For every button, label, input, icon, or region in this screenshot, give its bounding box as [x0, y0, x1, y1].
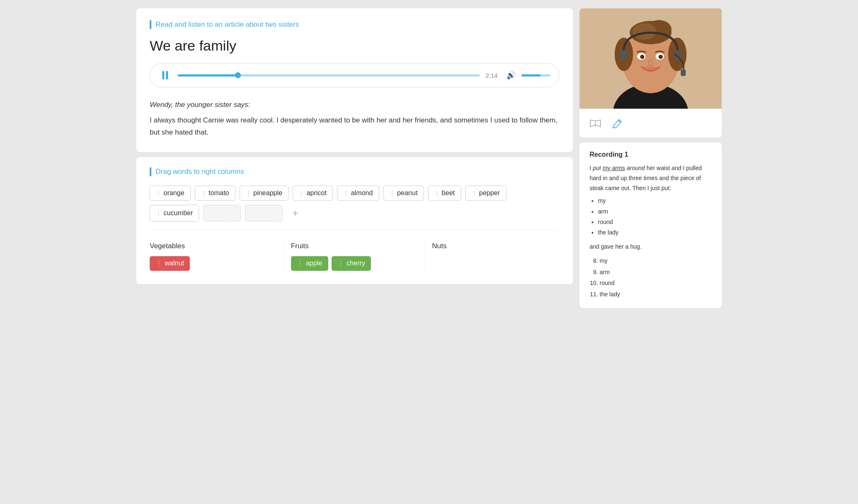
fruits-chips: ⋮ apple ⋮ cherry	[291, 256, 419, 271]
audio-progress-thumb	[235, 72, 241, 78]
word-label: apricot	[306, 189, 327, 197]
fruits-column: Fruits ⋮ apple ⋮ cherry	[284, 239, 426, 271]
audio-player[interactable]: 2:14 🔊	[150, 63, 559, 87]
article-title: We are family	[150, 38, 559, 54]
main-content: Read and listen to an article about two …	[136, 8, 573, 308]
drag-handle: ⋮	[299, 190, 304, 196]
book-icon-button[interactable]	[588, 116, 603, 131]
list-item: the lady	[600, 289, 712, 300]
chip-label: cherry	[347, 260, 365, 267]
words-bank: ⋮orange ⋮tomato ⋮pineapple ⋮apricot ⋮alm…	[150, 186, 559, 230]
word-chip-orange[interactable]: ⋮orange	[150, 186, 191, 201]
list-item: my	[600, 255, 712, 267]
instruction-text: Read and listen to an article about two …	[156, 20, 299, 29]
article-instruction: Read and listen to an article about two …	[150, 20, 559, 29]
recording-text: I put my arms around her waist and I pul…	[590, 163, 712, 300]
audio-progress-fill	[178, 74, 238, 76]
article-italic: Wendy, the younger sister says:	[150, 99, 559, 111]
word-chip-almond[interactable]: ⋮almond	[337, 186, 379, 201]
drag-handle: ⋮	[201, 190, 206, 196]
sidebar: Recording 1 I put my arms around her wai…	[580, 8, 722, 308]
columns-area: Vegetables ⋮ walnut Fruits ⋮ apple	[150, 239, 559, 271]
list-item: my	[598, 196, 712, 206]
drag-handle: ⋮	[472, 190, 477, 196]
vegetables-header: Vegetables	[150, 242, 277, 250]
word-chip-cucumber[interactable]: ⋮cucumber	[150, 205, 199, 221]
drag-handle: ⋮	[390, 190, 395, 196]
nuts-header: Nuts	[432, 242, 559, 250]
drag-instruction: Drag words to right columns	[150, 167, 559, 176]
drag-handle: ⋮	[246, 190, 251, 196]
fruits-header: Fruits	[291, 242, 419, 250]
svg-point-11	[640, 55, 644, 59]
audio-progress-track[interactable]	[178, 74, 480, 76]
audio-time: 2:14	[485, 72, 500, 79]
list-item: round	[600, 277, 712, 289]
list-item: round	[598, 217, 712, 227]
teacher-icons-bar	[580, 109, 722, 137]
word-chip-pepper[interactable]: ⋮pepper	[465, 186, 506, 201]
recording-intro: I put my arms around her waist and I pul…	[590, 165, 702, 191]
word-label: almond	[351, 189, 373, 197]
chip-label: walnut	[165, 260, 184, 267]
drag-handle-icon: ⋮	[337, 260, 344, 267]
col-chip-cherry[interactable]: ⋮ cherry	[332, 256, 371, 271]
teacher-photo-svg	[580, 8, 722, 109]
article-body: I always thought Carnie was really cool.…	[150, 115, 559, 139]
vegetables-column: Vegetables ⋮ walnut	[150, 239, 284, 271]
svg-point-6	[633, 23, 656, 40]
teacher-card	[580, 8, 722, 137]
list-item: arm	[598, 206, 712, 217]
article-text: Wendy, the younger sister says: I always…	[150, 99, 559, 139]
volume-track[interactable]	[521, 74, 551, 76]
blue-bar-accent	[150, 20, 151, 29]
recording-title: Recording 1	[590, 151, 712, 158]
drag-handle: ⋮	[156, 210, 161, 216]
volume-fill	[521, 74, 541, 76]
recording-list-2: my arm round the lady	[600, 255, 712, 300]
empty-slot-2	[245, 205, 283, 221]
play-pause-button[interactable]	[158, 69, 172, 82]
empty-slot-1	[203, 205, 241, 221]
add-slot-button[interactable]: +	[287, 205, 304, 221]
word-label: peanut	[397, 189, 418, 197]
svg-rect-13	[620, 50, 627, 59]
nuts-column: Nuts	[425, 239, 559, 271]
col-chip-apple[interactable]: ⋮ apple	[291, 256, 328, 271]
word-chip-peanut[interactable]: ⋮peanut	[383, 186, 424, 201]
svg-point-12	[659, 55, 663, 59]
word-label: cucumber	[163, 209, 193, 217]
edit-icon-button[interactable]	[610, 116, 625, 131]
drag-handle: ⋮	[156, 190, 161, 196]
drag-handle-icon: ⋮	[297, 260, 304, 267]
volume-icon[interactable]: 🔊	[506, 71, 516, 80]
word-label: orange	[163, 189, 184, 197]
recording-card: Recording 1 I put my arms around her wai…	[580, 143, 722, 308]
col-chip-walnut[interactable]: ⋮ walnut	[150, 256, 190, 271]
word-chip-beet[interactable]: ⋮beet	[428, 186, 461, 201]
drag-handle: ⋮	[343, 190, 348, 196]
drag-section: Drag words to right columns ⋮orange ⋮tom…	[136, 157, 573, 284]
drag-handle-icon: ⋮	[156, 260, 162, 267]
chip-label: apple	[306, 260, 322, 267]
pause-icon	[162, 71, 168, 79]
word-chip-tomato[interactable]: ⋮tomato	[195, 186, 235, 201]
teacher-photo	[580, 8, 722, 109]
word-label: tomato	[209, 189, 229, 197]
drag-instruction-text: Drag words to right columns	[156, 168, 244, 176]
vegetables-chips: ⋮ walnut	[150, 256, 277, 271]
word-chip-apricot[interactable]: ⋮apricot	[293, 186, 333, 201]
svg-rect-15	[681, 69, 686, 76]
article-card: Read and listen to an article about two …	[136, 8, 573, 152]
recording-middle: and gave her a hug.	[590, 243, 642, 250]
word-label: pineapple	[253, 189, 282, 197]
list-item: arm	[600, 267, 712, 278]
word-label: pepper	[479, 189, 500, 197]
drag-handle: ⋮	[434, 190, 439, 196]
blue-bar-accent-2	[150, 167, 151, 176]
list-item: the lady	[598, 227, 712, 238]
word-chip-pineapple[interactable]: ⋮pineapple	[240, 186, 289, 201]
recording-list-1: my arm round the lady	[598, 196, 712, 238]
word-label: beet	[442, 189, 455, 197]
